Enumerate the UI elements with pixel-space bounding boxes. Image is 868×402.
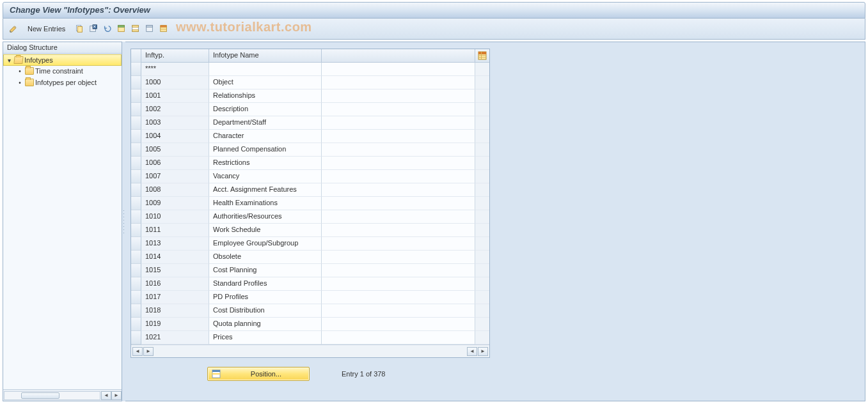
table-row[interactable]: 1006Restrictions bbox=[131, 157, 489, 170]
row-selector[interactable] bbox=[131, 277, 141, 291]
column-header-infotype-name[interactable]: Infotype Name bbox=[209, 49, 322, 63]
hscroll-right-icon[interactable]: ► bbox=[143, 347, 154, 356]
table-row[interactable]: 1017PD Profiles bbox=[131, 291, 489, 304]
table-row[interactable]: 1002Description bbox=[131, 103, 489, 116]
hscroll-thumb[interactable] bbox=[21, 392, 59, 399]
cell-infotype-name[interactable]: Obsolete bbox=[209, 251, 322, 264]
table-row[interactable]: 1000Object bbox=[131, 76, 489, 89]
table-row[interactable]: 1011Work Schedule bbox=[131, 224, 489, 237]
cell-inftyp[interactable]: 1002 bbox=[141, 103, 209, 116]
table-row[interactable]: 1004Character bbox=[131, 130, 489, 143]
cell-infotype-name[interactable]: Employee Group/Subgroup bbox=[209, 237, 322, 251]
row-selector[interactable] bbox=[131, 116, 141, 130]
cell-infotype-name[interactable]: Planned Compensation bbox=[209, 143, 322, 157]
cell-inftyp[interactable]: 1007 bbox=[141, 170, 209, 183]
select-block-icon[interactable] bbox=[129, 22, 142, 35]
cell-infotype-name[interactable]: Cost Planning bbox=[209, 264, 322, 277]
table-row[interactable]: 1007Vacancy bbox=[131, 170, 489, 183]
row-selector[interactable] bbox=[131, 210, 141, 224]
table-row[interactable]: 1018Cost Distribution bbox=[131, 304, 489, 318]
row-selector[interactable] bbox=[131, 157, 141, 170]
cell-infotype-name[interactable]: PD Profiles bbox=[209, 291, 322, 304]
cell-inftyp[interactable]: 1021 bbox=[141, 331, 209, 344]
table-row[interactable]: **** bbox=[131, 63, 489, 76]
toggle-display-change-icon[interactable] bbox=[7, 22, 20, 35]
cell-infotype-name[interactable]: Character bbox=[209, 130, 322, 143]
cell-infotype-name[interactable]: Department/Staff bbox=[209, 116, 322, 130]
deselect-all-icon[interactable] bbox=[143, 22, 156, 35]
row-selector[interactable] bbox=[131, 331, 141, 344]
column-header-inftyp[interactable]: Inftyp. bbox=[141, 49, 209, 63]
cell-inftyp[interactable]: 1018 bbox=[141, 304, 209, 318]
row-selector[interactable] bbox=[131, 89, 141, 103]
cell-infotype-name[interactable] bbox=[209, 63, 322, 76]
cell-infotype-name[interactable]: Restrictions bbox=[209, 157, 322, 170]
table-configure-button[interactable] bbox=[475, 49, 489, 63]
table-row[interactable]: 1010Authorities/Resources bbox=[131, 210, 489, 224]
cell-inftyp[interactable]: 1015 bbox=[141, 264, 209, 277]
hscroll-left-end-icon[interactable]: ◄ bbox=[467, 347, 477, 356]
cell-infotype-name[interactable]: Health Examinations bbox=[209, 197, 322, 210]
hscroll-left-icon[interactable]: ◄ bbox=[101, 391, 111, 400]
cell-infotype-name[interactable]: Acct. Assignment Features bbox=[209, 183, 322, 197]
table-row[interactable]: 1013Employee Group/Subgroup bbox=[131, 237, 489, 251]
cell-infotype-name[interactable]: Vacancy bbox=[209, 170, 322, 183]
row-selector[interactable] bbox=[131, 170, 141, 183]
cell-inftyp[interactable]: 1010 bbox=[141, 210, 209, 224]
row-selector[interactable] bbox=[131, 224, 141, 237]
cell-inftyp[interactable]: 1011 bbox=[141, 224, 209, 237]
cell-inftyp[interactable]: 1004 bbox=[141, 130, 209, 143]
cell-inftyp[interactable]: 1016 bbox=[141, 277, 209, 291]
copy-as-icon[interactable] bbox=[73, 22, 86, 35]
table-row[interactable]: 1014Obsolete bbox=[131, 251, 489, 264]
tree-node-time-constraint[interactable]: • Time constraint bbox=[3, 65, 122, 77]
tree-node-infotypes-per-object[interactable]: • Infotypes per object bbox=[3, 77, 122, 88]
row-selector[interactable] bbox=[131, 63, 141, 76]
cell-inftyp[interactable]: 1014 bbox=[141, 251, 209, 264]
table-row[interactable]: 1009Health Examinations bbox=[131, 197, 489, 210]
table-row[interactable]: 1001Relationships bbox=[131, 89, 489, 103]
cell-inftyp[interactable]: 1001 bbox=[141, 89, 209, 103]
row-selector[interactable] bbox=[131, 291, 141, 304]
row-selector[interactable] bbox=[131, 304, 141, 318]
hscroll-track[interactable] bbox=[4, 391, 100, 400]
row-selector[interactable] bbox=[131, 103, 141, 116]
cell-infotype-name[interactable]: Description bbox=[209, 103, 322, 116]
undo-change-icon[interactable] bbox=[101, 22, 114, 35]
hscroll-right-icon[interactable]: ► bbox=[111, 391, 122, 400]
left-panel-hscrollbar[interactable]: ◄ ► bbox=[3, 389, 122, 401]
table-row[interactable]: 1015Cost Planning bbox=[131, 264, 489, 277]
cell-inftyp[interactable]: 1013 bbox=[141, 237, 209, 251]
delete-icon[interactable] bbox=[87, 22, 100, 35]
cell-infotype-name[interactable]: Cost Distribution bbox=[209, 304, 322, 318]
cell-inftyp[interactable]: 1017 bbox=[141, 291, 209, 304]
table-row[interactable]: 1021Prices bbox=[131, 331, 489, 344]
cell-infotype-name[interactable]: Work Schedule bbox=[209, 224, 322, 237]
hscroll-left-icon[interactable]: ◄ bbox=[132, 347, 143, 356]
cell-infotype-name[interactable]: Standard Profiles bbox=[209, 277, 322, 291]
cell-inftyp[interactable]: 1005 bbox=[141, 143, 209, 157]
row-selector[interactable] bbox=[131, 76, 141, 89]
cell-inftyp[interactable]: 1019 bbox=[141, 318, 209, 331]
row-selector[interactable] bbox=[131, 197, 141, 210]
table-row[interactable]: 1005Planned Compensation bbox=[131, 143, 489, 157]
cell-infotype-name[interactable]: Relationships bbox=[209, 89, 322, 103]
cell-infotype-name[interactable]: Object bbox=[209, 76, 322, 89]
row-selector[interactable] bbox=[131, 264, 141, 277]
new-entries-button[interactable]: New Entries bbox=[25, 23, 68, 35]
hscroll-right-end-icon[interactable]: ► bbox=[478, 347, 488, 356]
cell-inftyp[interactable]: 1006 bbox=[141, 157, 209, 170]
row-selector[interactable] bbox=[131, 130, 141, 143]
table-hscrollbar[interactable]: ◄ ► ◄ ► bbox=[131, 344, 489, 357]
select-all-icon[interactable] bbox=[115, 22, 128, 35]
position-button[interactable]: Position... bbox=[207, 367, 310, 381]
row-selector[interactable] bbox=[131, 251, 141, 264]
table-row[interactable]: 1003Department/Staff bbox=[131, 116, 489, 130]
tree-twisty-icon[interactable]: ▾ bbox=[5, 57, 13, 64]
row-selector[interactable] bbox=[131, 318, 141, 331]
table-row[interactable]: 1008Acct. Assignment Features bbox=[131, 183, 489, 197]
cell-infotype-name[interactable]: Quota planning bbox=[209, 318, 322, 331]
cell-inftyp[interactable]: 1000 bbox=[141, 76, 209, 89]
cell-inftyp[interactable]: 1003 bbox=[141, 116, 209, 130]
row-selector[interactable] bbox=[131, 183, 141, 197]
